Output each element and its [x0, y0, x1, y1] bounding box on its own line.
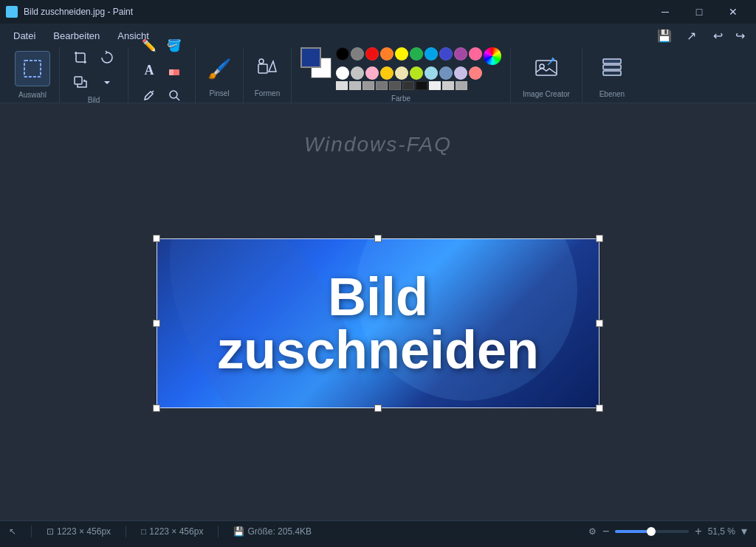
color-swatch-lightgray[interactable] — [351, 66, 364, 80]
menu-actions: 💾 ↗ ↩ ↪ — [654, 25, 750, 46]
color-swatch-black[interactable] — [336, 47, 349, 61]
zoom-dropdown-button[interactable]: ▾ — [741, 524, 747, 538]
color-swatch-c2[interactable] — [349, 81, 361, 90]
svg-rect-7 — [258, 64, 267, 73]
color-swatch-c9[interactable] — [442, 81, 454, 90]
color-swatch-white[interactable] — [336, 66, 349, 80]
color-swatch-yellow[interactable] — [395, 47, 408, 61]
undo-redo-group: ↩ ↪ — [707, 25, 750, 46]
cursor-icon: ↖ — [9, 526, 16, 537]
formen-big-button[interactable] — [252, 52, 282, 85]
menu-datei[interactable]: Datei — [6, 27, 43, 44]
color-swatch-c6[interactable] — [402, 81, 414, 90]
color-swatch-slateblue[interactable] — [439, 66, 453, 80]
color-swatch-green[interactable] — [410, 47, 423, 61]
menu-bearbeiten[interactable]: Bearbeiten — [46, 27, 107, 44]
undo-button[interactable]: ↩ — [707, 25, 728, 46]
color-swatch-lime[interactable] — [410, 66, 423, 80]
color-swatch-c8[interactable] — [429, 81, 441, 90]
zoom-level-text: 51,5 % — [708, 526, 735, 537]
canvas-area: Windows-FAQ Bild zuschneiden — [0, 103, 756, 520]
color-picker-button[interactable] — [484, 47, 501, 65]
svg-rect-9 — [536, 61, 557, 75]
rotate-button[interactable] — [95, 46, 119, 69]
color-swatch-salmon[interactable] — [469, 66, 482, 80]
color-swatch-c3[interactable] — [362, 81, 374, 90]
color-swatch-lightpink[interactable] — [365, 66, 379, 80]
handle-bottom-right[interactable] — [596, 405, 603, 412]
svg-rect-13 — [603, 71, 621, 75]
file-size-icon: 💾 — [233, 526, 244, 537]
image-creator-label: Image Creator — [523, 90, 570, 98]
pencil-button[interactable]: ✏️ — [137, 33, 161, 57]
redo-button[interactable]: ↪ — [729, 25, 750, 46]
zoom-section: ⚙ − + 51,5 % ▾ — [588, 524, 747, 538]
color-swatch-lavender[interactable] — [454, 66, 467, 80]
image-size-indicator: □ 1223 × 456px — [141, 526, 203, 537]
save-button[interactable]: 💾 — [654, 25, 675, 46]
svg-rect-14 — [603, 59, 621, 63]
crop-button[interactable] — [69, 46, 92, 69]
svg-line-6 — [176, 97, 179, 100]
color-swatch-c10[interactable] — [456, 81, 467, 90]
toolbar-image-creator-section: Image Creator — [511, 47, 583, 103]
color-swatch-purple[interactable] — [454, 47, 467, 61]
maximize-button[interactable]: □ — [682, 0, 716, 24]
zoom-slider[interactable] — [615, 530, 689, 533]
zoom-slider-thumb[interactable] — [647, 527, 656, 536]
color-swatch-orange[interactable] — [380, 47, 394, 61]
toolbar-farbe-section: Farbe — [292, 47, 511, 103]
bild-col1 — [69, 46, 92, 94]
settings-icon: ⚙ — [588, 526, 597, 537]
divider-1 — [31, 526, 32, 537]
color-swatch-red[interactable] — [365, 47, 379, 61]
image-dimensions: 1223 × 456px — [149, 526, 203, 537]
handle-middle-left[interactable] — [153, 320, 160, 327]
image-creator-button[interactable] — [529, 52, 564, 84]
handle-top-right[interactable] — [596, 235, 603, 242]
handle-top-center[interactable] — [374, 235, 382, 242]
color-swatch-gray[interactable] — [351, 47, 364, 61]
window-controls: ─ □ ✕ — [648, 0, 750, 24]
pinsel-label: Pinsel — [209, 89, 229, 97]
color-swatch-c1[interactable] — [336, 81, 348, 90]
window-title: Bild zuschneiden.jpg - Paint — [24, 7, 133, 17]
ebenen-button[interactable] — [594, 52, 630, 84]
eraser-button[interactable] — [162, 58, 186, 82]
file-size-text: Größe: 205.4KB — [247, 526, 312, 537]
divider-3 — [218, 526, 219, 537]
color-swatch-cream[interactable] — [395, 66, 408, 80]
color-swatch-pink[interactable] — [469, 47, 482, 61]
handle-top-left[interactable] — [153, 235, 160, 242]
close-button[interactable]: ✕ — [716, 0, 750, 24]
zoom-out-button[interactable]: − — [602, 525, 609, 538]
auswahl-button[interactable] — [15, 51, 50, 86]
svg-point-5 — [170, 91, 177, 98]
image-text: Bild zuschneiden — [217, 270, 539, 376]
minimize-button[interactable]: ─ — [648, 0, 682, 24]
color-swatch-blue[interactable] — [439, 47, 453, 61]
bild-dropdown[interactable] — [95, 71, 119, 94]
handle-middle-right[interactable] — [596, 320, 603, 327]
handle-bottom-center[interactable] — [374, 405, 382, 412]
color-swatch-gold[interactable] — [380, 66, 394, 80]
zoom-in-button[interactable]: + — [695, 525, 701, 538]
farbe-label: Farbe — [391, 94, 410, 103]
share-button[interactable]: ↗ — [681, 25, 701, 46]
color-swatch-c4[interactable] — [376, 81, 388, 90]
foreground-color-box[interactable] — [300, 47, 321, 68]
handle-bottom-left[interactable] — [153, 405, 160, 412]
color-selection-boxes — [300, 47, 331, 78]
pinsel-big-button[interactable]: 🖌️ — [205, 52, 234, 85]
fill-button[interactable]: 🪣 — [162, 33, 186, 57]
color-swatch-c5[interactable] — [389, 81, 401, 90]
app-icon — [6, 6, 18, 18]
color-swatch-lightblue[interactable] — [425, 66, 438, 80]
color-swatch-cyan[interactable] — [425, 47, 438, 61]
canvas-image[interactable]: Bild zuschneiden — [157, 238, 599, 408]
farbe-main — [300, 47, 501, 90]
status-bar: ↖ ⊡ 1223 × 456px □ 1223 × 456px 💾 Größe:… — [0, 520, 756, 541]
color-swatch-c7[interactable] — [416, 81, 427, 90]
text-button[interactable]: A — [137, 58, 161, 82]
resize-button[interactable] — [69, 71, 92, 94]
